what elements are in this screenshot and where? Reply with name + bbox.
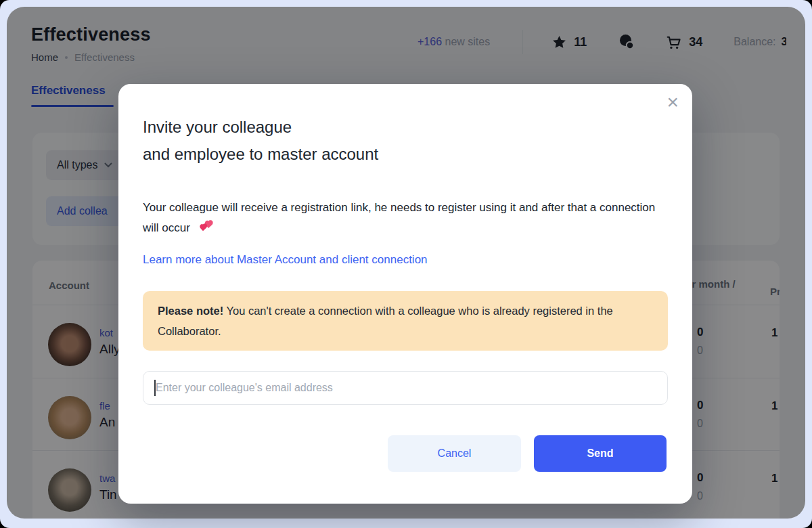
invite-colleague-modal: × Invite your colleague and employee to … [118,84,692,504]
warning-note-text: You can't create a connection with a col… [158,305,613,337]
warning-note: Please note! You can't create a connecti… [143,291,668,351]
text-caret [154,380,156,396]
learn-more-link[interactable]: Learn more about Master Account and clie… [143,253,428,267]
send-button[interactable]: Send [534,435,667,472]
email-field[interactable] [143,371,668,405]
cancel-button[interactable]: Cancel [388,435,521,472]
modal-actions: Cancel Send [388,435,667,472]
screen-frame: Effectiveness Home Effectiveness +166 ne… [0,0,812,528]
revolving-hearts-emoji [198,219,214,234]
modal-title: Invite your colleague and employee to ma… [143,114,378,168]
email-field-wrapper [143,371,668,405]
warning-note-emphasis: Please note! [158,305,223,317]
modal-title-line2: and employee to master account [143,141,378,168]
close-icon[interactable]: × [667,92,679,112]
modal-description: Your colleague will receive a registrati… [143,198,657,238]
modal-title-line1: Invite your colleague [143,114,378,141]
